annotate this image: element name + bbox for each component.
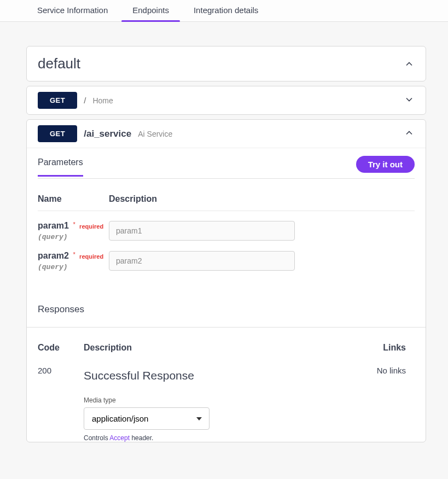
controls-suffix: header. [130, 434, 153, 442]
parameter-input-param1[interactable] [109, 221, 295, 241]
required-star: * [73, 221, 75, 227]
method-badge: GET [38, 125, 77, 142]
endpoint-body: Parameters Try it out Name Description p… [27, 148, 426, 442]
parameter-row: param2 * required (query) [38, 241, 415, 271]
response-links: No links [362, 366, 406, 442]
endpoint-summary: Ai Service [138, 130, 172, 138]
column-links: Links [362, 343, 406, 353]
parameter-name: param2 [38, 251, 69, 260]
section-default: default [26, 46, 426, 81]
response-description-cell: Successful Response Media type applicati… [84, 366, 362, 442]
tab-endpoints[interactable]: Endpoints [132, 0, 169, 21]
column-description: Description [84, 343, 362, 353]
parameter-name-cell: param1 * required (query) [38, 221, 109, 241]
parameters-header-row: Name Description [38, 194, 415, 211]
endpoint-home: GET / Home [26, 86, 426, 115]
required-label: required [79, 223, 103, 230]
responses-heading: Responses [27, 304, 426, 327]
column-code: Code [38, 343, 84, 353]
parameter-row: param1 * required (query) [38, 211, 415, 241]
section-title: default [38, 55, 80, 72]
media-type-select[interactable]: application/json [84, 407, 210, 430]
endpoint-ai-service: GET /ai_service Ai Service Parameters Tr… [26, 119, 426, 442]
column-name: Name [38, 194, 109, 204]
media-type-label: Media type [84, 396, 362, 404]
tab-service-information[interactable]: Service Information [37, 0, 108, 21]
controls-accent: Accept [109, 434, 130, 442]
parameter-type: (query) [38, 263, 109, 271]
required-label: required [79, 253, 103, 260]
chevron-up-icon [404, 127, 415, 138]
response-code: 200 [38, 366, 84, 442]
response-title: Successful Response [84, 369, 362, 382]
endpoint-path: /ai_service [84, 128, 131, 139]
subtab-row: Parameters Try it out [27, 148, 426, 178]
try-it-out-button[interactable]: Try it out [356, 156, 415, 173]
subtab-parameters[interactable]: Parameters [38, 157, 83, 177]
column-description: Description [109, 194, 415, 204]
chevron-down-icon [404, 94, 415, 105]
parameters-table: Name Description param1 * required (quer… [27, 179, 426, 304]
parameter-name: param1 [38, 221, 69, 230]
media-type-select-wrap: application/json [84, 407, 210, 430]
controls-accept-note: Controls Accept header. [84, 434, 362, 442]
endpoint-ai-service-header[interactable]: GET /ai_service Ai Service [27, 120, 426, 148]
endpoint-home-header[interactable]: GET / Home [27, 86, 426, 114]
chevron-up-icon [404, 59, 415, 69]
tab-integration-details[interactable]: Integration details [194, 0, 258, 21]
parameter-input-param2[interactable] [109, 251, 295, 271]
parameter-type: (query) [38, 233, 109, 241]
required-star: * [73, 251, 75, 258]
response-row: 200 Successful Response Media type appli… [27, 360, 426, 442]
section-header[interactable]: default [27, 46, 426, 81]
content-area: default GET / Home GET /ai_service Ai Se… [0, 22, 448, 442]
endpoint-path: / [84, 96, 86, 105]
responses-header-row: Code Description Links [27, 328, 426, 360]
method-badge: GET [38, 92, 77, 109]
parameter-name-cell: param2 * required (query) [38, 251, 109, 271]
controls-prefix: Controls [84, 434, 109, 442]
endpoint-summary: Home [92, 96, 113, 105]
main-tabs: Service Information Endpoints Integratio… [0, 0, 448, 22]
